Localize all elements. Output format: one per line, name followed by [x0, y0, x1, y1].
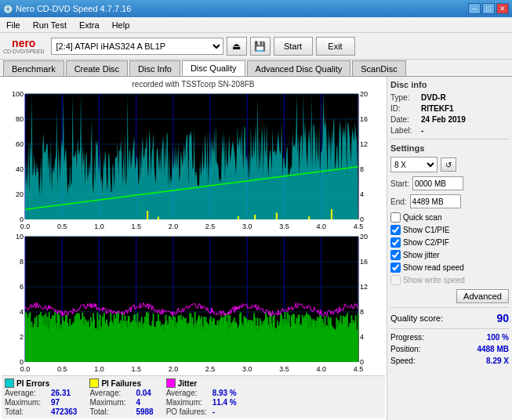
- right-panel: Disc info Type: DVD-R ID: RITEKF1 Date: …: [387, 77, 512, 420]
- pi-errors-title: PI Errors: [5, 378, 77, 388]
- id-label: ID:: [390, 104, 418, 113]
- title-bar-title: Nero CD-DVD Speed 4.7.7.16: [16, 4, 131, 13]
- pi-failures-total-row: Total: 5988: [89, 407, 153, 416]
- pi-failures-total: 5988: [136, 407, 153, 416]
- jitter-legend: Jitter Average: 8.93 % Maximum: 11.4 % P…: [166, 378, 237, 416]
- pi-errors-total-row: Total: 472363: [5, 407, 77, 416]
- progress-row: Progress: 100 %: [390, 333, 509, 342]
- start-button[interactable]: Start: [274, 37, 313, 56]
- show-read-speed-row: Show read speed: [390, 262, 509, 273]
- close-button[interactable]: ✕: [496, 3, 509, 14]
- speed-select[interactable]: 8 X 4 X 2 X 1 X MAX: [390, 157, 438, 172]
- start-mb-label: Start:: [390, 179, 409, 188]
- title-bar-left: 💿 Nero CD-DVD Speed 4.7.7.16: [3, 4, 131, 13]
- quality-score-value: 90: [496, 312, 509, 324]
- show-jitter-label: Show jitter: [403, 251, 440, 259]
- pi-failures-avg-row: Average: 0.04: [89, 389, 153, 397]
- show-read-speed-checkbox[interactable]: [390, 262, 401, 273]
- app-icon: 💿: [3, 5, 13, 13]
- pi-failures-color: [89, 378, 99, 388]
- show-c2-checkbox[interactable]: [390, 237, 401, 248]
- pi-errors-color: [5, 378, 14, 388]
- id-value: RITEKF1: [421, 104, 454, 113]
- tab-scan-disc[interactable]: ScanDisc: [352, 60, 405, 76]
- tab-benchmark[interactable]: Benchmark: [3, 60, 64, 76]
- progress-value: 100 %: [487, 333, 509, 342]
- jitter-avg-row: Average: 8.93 %: [166, 389, 237, 397]
- tab-disc-info[interactable]: Disc Info: [129, 60, 180, 76]
- quick-scan-label: Quick scan: [403, 213, 441, 222]
- show-c2-row: Show C2/PIF: [390, 237, 509, 248]
- title-bar: 💿 Nero CD-DVD Speed 4.7.7.16 ─ □ ✕: [0, 0, 512, 17]
- toolbar: nero CD·DVD/SPEED [2:4] ATAPI iHAS324 A …: [0, 33, 512, 60]
- type-row: Type: DVD-R: [390, 93, 509, 102]
- main-content: recorded with TSSTcorp SN-208FB PI Error…: [0, 77, 512, 420]
- eject-icon-btn[interactable]: ⏏: [227, 37, 247, 56]
- nero-logo-area: nero CD·DVD/SPEED: [3, 38, 45, 54]
- show-jitter-row: Show jitter: [390, 250, 509, 260]
- jitter-max-row: Maximum: 11.4 %: [166, 398, 237, 407]
- type-label: Type:: [390, 93, 418, 102]
- refresh-icon-btn[interactable]: ↺: [441, 158, 456, 172]
- pi-failures-legend: PI Failures Average: 0.04 Maximum: 4 Tot…: [89, 378, 153, 416]
- menu-help[interactable]: Help: [109, 19, 133, 31]
- label-label: Label:: [390, 126, 418, 135]
- tab-create-disc[interactable]: Create Disc: [66, 60, 128, 76]
- minimize-button[interactable]: ─: [468, 3, 481, 14]
- show-write-speed-row: Show write speed: [390, 275, 509, 285]
- quality-score-label: Quality score:: [390, 313, 443, 323]
- start-mb-input[interactable]: [412, 176, 463, 190]
- show-jitter-checkbox[interactable]: [390, 250, 401, 260]
- divider-2: [390, 307, 509, 308]
- show-c2-label: Show C2/PIF: [403, 238, 449, 247]
- jitter-title: Jitter: [166, 378, 237, 388]
- save-icon-btn[interactable]: 💾: [250, 37, 271, 56]
- menu-extra[interactable]: Extra: [76, 19, 103, 31]
- speed-label: Speed:: [390, 357, 416, 365]
- top-chart-wrapper: [3, 91, 383, 232]
- show-c1-checkbox[interactable]: [390, 225, 401, 235]
- nero-logo: nero: [12, 38, 35, 49]
- tab-disc-quality[interactable]: Disc Quality: [182, 60, 245, 76]
- pi-failures-max: 4: [136, 398, 140, 407]
- date-value: 24 Feb 2019: [421, 115, 466, 124]
- date-label: Date:: [390, 115, 418, 124]
- menu-file[interactable]: File: [3, 19, 24, 31]
- divider-1: [390, 139, 509, 139]
- type-value: DVD-R: [421, 93, 446, 102]
- jitter-color: [166, 378, 176, 388]
- pi-errors-max: 97: [51, 398, 60, 407]
- maximize-button[interactable]: □: [482, 3, 495, 14]
- speed-value: 8.29 X: [486, 357, 509, 365]
- end-mb-row: End:: [390, 194, 509, 208]
- show-write-speed-label: Show write speed: [403, 276, 465, 284]
- speed-row: Speed: 8.29 X: [390, 357, 509, 365]
- jitter-max: 11.4 %: [212, 398, 237, 407]
- show-c1-label: Show C1/PIE: [403, 226, 449, 234]
- quality-score-row: Quality score: 90: [390, 312, 509, 324]
- end-mb-input[interactable]: [410, 194, 461, 208]
- quick-scan-checkbox[interactable]: [390, 212, 401, 223]
- advanced-button[interactable]: Advanced: [456, 289, 509, 303]
- date-row: Date: 24 Feb 2019: [390, 115, 509, 124]
- legend-area: PI Errors Average: 26.31 Maximum: 97 Tot…: [2, 375, 385, 418]
- speed-settings-row: 8 X 4 X 2 X 1 X MAX ↺: [390, 157, 509, 172]
- disc-info-title: Disc info: [390, 80, 509, 89]
- drive-select[interactable]: [2:4] ATAPI iHAS324 A BL1P: [51, 38, 223, 55]
- chart-title: recorded with TSSTcorp SN-208FB: [2, 78, 385, 90]
- menu-run-test[interactable]: Run Test: [30, 19, 70, 31]
- tab-advanced-disc-quality[interactable]: Advanced Disc Quality: [247, 60, 351, 76]
- pi-errors-max-row: Maximum: 97: [5, 398, 77, 407]
- exit-button[interactable]: Exit: [316, 37, 355, 56]
- pi-failures-max-row: Maximum: 4: [89, 398, 153, 407]
- position-label: Position:: [390, 345, 420, 353]
- pi-failures-title: PI Failures: [89, 378, 153, 388]
- show-c1-row: Show C1/PIE: [390, 225, 509, 235]
- id-row: ID: RITEKF1: [390, 104, 509, 113]
- nero-subtext: CD·DVD/SPEED: [3, 49, 45, 54]
- position-row: Position: 4488 MB: [390, 345, 509, 353]
- start-mb-row: Start:: [390, 176, 509, 190]
- end-mb-label: End:: [390, 197, 407, 206]
- position-value: 4488 MB: [477, 345, 509, 353]
- po-failures-val: -: [212, 407, 215, 416]
